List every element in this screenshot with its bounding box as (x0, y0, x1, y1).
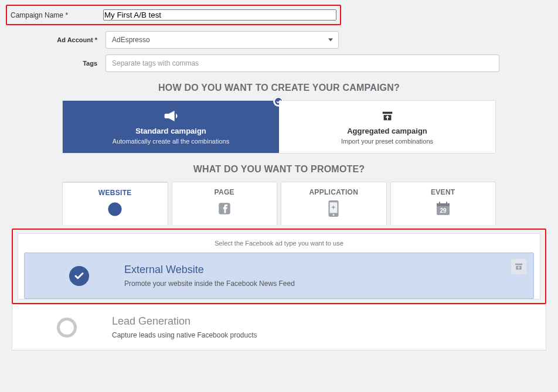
chevron-down-icon (328, 39, 333, 42)
campaign-type-group: Standard campaign Automatically create a… (62, 100, 496, 154)
globe-icon (63, 200, 168, 218)
adtype-highlight: Select the Facebook ad type you want to … (12, 229, 546, 304)
tab-website[interactable]: WEBSITE (62, 182, 168, 225)
tab-page[interactable]: PAGE (172, 182, 278, 225)
svg-rect-9 (446, 202, 447, 204)
radio-selected-icon (69, 266, 89, 286)
radio-unselected-icon (57, 318, 77, 338)
svg-point-4 (333, 214, 335, 216)
tab-website-label: WEBSITE (63, 189, 168, 197)
adtype-lead-generation-title: Lead Generation (112, 315, 257, 328)
tab-page-label: PAGE (172, 188, 277, 196)
aggregated-campaign-title: Aggregated campaign (285, 127, 489, 135)
create-campaign-heading: HOW DO YOU WANT TO CREATE YOUR CAMPAIGN? (12, 83, 546, 93)
standard-campaign-title: Standard campaign (69, 127, 273, 135)
campaign-name-input[interactable] (103, 9, 336, 21)
aggregated-campaign-card[interactable]: Aggregated campaign Import your preset c… (279, 101, 495, 153)
upload-icon (511, 259, 526, 274)
svg-rect-8 (439, 202, 440, 204)
tags-row: Tags (12, 54, 546, 72)
tab-application-label: APPLICATION (281, 188, 386, 196)
standard-campaign-card[interactable]: Standard campaign Automatically create a… (63, 101, 279, 153)
campaign-name-label: Campaign Name * (11, 11, 103, 19)
tags-label: Tags (12, 60, 106, 67)
calendar-icon: 29 (391, 200, 496, 217)
ad-account-value: AdEspresso (106, 31, 339, 49)
svg-text:✦: ✦ (331, 204, 336, 210)
adtype-external-website-desc: Promote your website inside the Facebook… (124, 279, 295, 288)
adtype-external-website-title: External Website (124, 264, 295, 276)
standard-campaign-subtitle: Automatically create all the combination… (69, 138, 273, 145)
promote-tabs: WEBSITE PAGE APPLICATION ✦ EVENT 29 (62, 182, 496, 225)
aggregated-campaign-subtitle: Import your preset combinations (285, 138, 489, 145)
upload-box-icon (285, 109, 489, 123)
phone-icon: ✦ (281, 200, 386, 217)
tab-application[interactable]: APPLICATION ✦ (281, 182, 387, 225)
adtype-panel: Select the Facebook ad type you want to … (18, 233, 540, 299)
campaign-name-highlight: Campaign Name * (6, 5, 341, 25)
adtype-lead-generation-desc: Capture leads using native Facebook prod… (112, 331, 257, 339)
svg-rect-7 (437, 203, 450, 206)
adtype-panel-rest: Lead Generation Capture leads using nati… (12, 304, 546, 350)
tab-event-label: EVENT (391, 188, 496, 196)
facebook-icon (172, 200, 277, 217)
megaphone-icon (69, 109, 273, 123)
adtype-hint: Select the Facebook ad type you want to … (18, 240, 540, 247)
adtype-lead-generation[interactable]: Lead Generation Capture leads using nati… (12, 304, 546, 350)
tags-input[interactable] (106, 54, 499, 72)
adtype-external-website[interactable]: External Website Promote your website in… (24, 253, 534, 299)
svg-text:29: 29 (440, 207, 447, 214)
ad-account-label: Ad Account * (12, 36, 106, 43)
ad-account-select[interactable]: AdEspresso (106, 31, 339, 49)
ad-account-row: Ad Account * AdEspresso (12, 31, 546, 49)
promote-heading: WHAT DO YOU WANT TO PROMOTE? (12, 164, 546, 175)
tab-event[interactable]: EVENT 29 (390, 182, 496, 225)
